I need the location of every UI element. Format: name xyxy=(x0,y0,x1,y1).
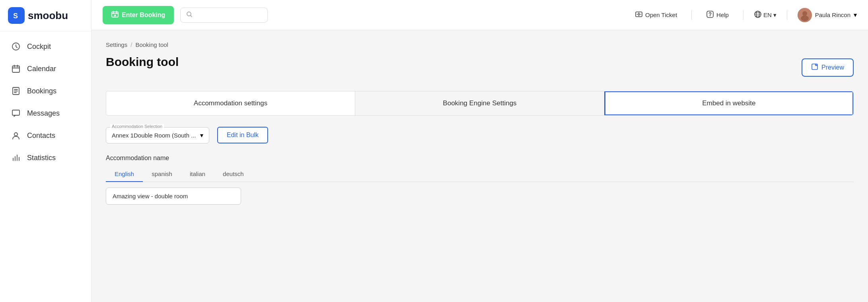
sidebar-item-contacts-label: Contacts xyxy=(27,132,55,140)
svg-rect-3 xyxy=(12,66,19,72)
lang-tab-italian[interactable]: italian xyxy=(181,166,214,182)
tab-embed-label: Embed in website xyxy=(702,99,755,107)
calendar-icon xyxy=(11,64,21,74)
svg-point-6 xyxy=(14,133,18,136)
preview-icon xyxy=(811,63,818,72)
svg-rect-5 xyxy=(12,110,19,115)
divider-3 xyxy=(787,10,787,20)
sidebar: S smoobu Cockpit Calendar Bookings Messa… xyxy=(0,0,91,302)
help-label: Help xyxy=(716,12,729,18)
sidebar-item-cockpit-label: Cockpit xyxy=(27,43,51,51)
accommodation-dropdown-value: Annex 1Double Room (South ... xyxy=(112,132,196,139)
lang-tab-english[interactable]: English xyxy=(106,166,143,182)
tab-booking-engine-label: Booking Engine Settings xyxy=(443,99,516,107)
lang-tab-spanish[interactable]: spanish xyxy=(143,166,181,182)
svg-point-10 xyxy=(638,14,640,15)
user-area[interactable]: Paula Rincon ▾ xyxy=(798,8,857,22)
sidebar-item-cockpit[interactable]: Cockpit xyxy=(0,35,91,58)
preview-label: Preview xyxy=(821,64,844,71)
avatar xyxy=(798,8,812,22)
accommodation-dropdown[interactable]: Accommodation Selection Annex 1Double Ro… xyxy=(106,127,209,143)
sidebar-item-contacts[interactable]: Contacts xyxy=(0,124,91,147)
divider-2 xyxy=(743,10,743,20)
language-selector[interactable]: EN ▾ xyxy=(754,10,777,19)
sidebar-item-bookings-label: Bookings xyxy=(27,87,56,95)
main-content: Enter Booking Open Ticket Help xyxy=(91,0,868,302)
breadcrumb-settings[interactable]: Settings xyxy=(106,41,127,48)
topnav: Enter Booking Open Ticket Help xyxy=(91,0,868,30)
enter-booking-label: Enter Booking xyxy=(122,12,165,19)
logo-text: smoobu xyxy=(28,10,68,22)
search-input[interactable] xyxy=(196,12,262,18)
sidebar-item-messages[interactable]: Messages xyxy=(0,102,91,124)
dropdown-chevron-icon: ▾ xyxy=(200,132,203,139)
svg-point-15 xyxy=(802,11,807,16)
accommodation-dropdown-label: Accommodation Selection xyxy=(110,124,164,129)
sidebar-item-statistics-label: Statistics xyxy=(27,154,56,162)
user-chevron-icon: ▾ xyxy=(854,11,857,19)
tab-accommodation-label: Accommodation settings xyxy=(194,99,267,107)
accommodation-name-section: Accommodation name English spanish itali… xyxy=(106,155,854,205)
sidebar-item-calendar-label: Calendar xyxy=(27,65,56,73)
topnav-right: Open Ticket Help EN ▾ xyxy=(631,8,857,22)
preview-button[interactable]: Preview xyxy=(802,58,854,77)
accommodation-selection-row: Accommodation Selection Annex 1Double Ro… xyxy=(106,127,854,143)
plus-calendar-icon xyxy=(111,11,119,19)
breadcrumb-separator: / xyxy=(130,41,132,48)
search-icon xyxy=(186,11,193,19)
open-ticket-button[interactable]: Open Ticket xyxy=(631,8,681,22)
tab-accommodation[interactable]: Accommodation settings xyxy=(106,91,355,115)
user-name: Paula Rincon xyxy=(815,12,850,18)
accommodation-name-label: Accommodation name xyxy=(106,155,854,162)
search-box[interactable] xyxy=(180,8,268,23)
tab-embed[interactable]: Embed in website xyxy=(605,91,853,115)
statistics-icon xyxy=(11,153,21,163)
page-title: Booking tool xyxy=(106,55,179,69)
open-ticket-label: Open Ticket xyxy=(645,12,677,18)
messages-icon xyxy=(11,108,21,118)
cockpit-icon xyxy=(11,42,21,51)
ticket-icon xyxy=(635,10,643,19)
page-content: Settings / Booking tool Booking tool Pre… xyxy=(91,30,868,302)
divider-1 xyxy=(691,10,692,20)
globe-icon xyxy=(754,10,762,19)
tab-booking-engine[interactable]: Booking Engine Settings xyxy=(355,91,604,115)
accommodation-name-input[interactable] xyxy=(106,188,241,205)
page-header-row: Booking tool Preview xyxy=(106,55,854,80)
bookings-icon xyxy=(11,86,21,96)
lang-tab-deutsch[interactable]: deutsch xyxy=(214,166,253,182)
sidebar-item-messages-label: Messages xyxy=(27,109,60,118)
edit-bulk-button[interactable]: Edit in Bulk xyxy=(217,127,268,143)
lang-chevron-icon: ▾ xyxy=(773,12,777,19)
help-icon xyxy=(706,10,714,19)
breadcrumb-current: Booking tool xyxy=(135,41,168,48)
logo: S smoobu xyxy=(0,0,91,31)
lang-label: EN xyxy=(763,12,772,18)
breadcrumb: Settings / Booking tool xyxy=(106,41,854,48)
tabs-row: Accommodation settings Booking Engine Se… xyxy=(106,91,854,116)
language-tabs: English spanish italian deutsch xyxy=(106,166,854,182)
sidebar-item-bookings[interactable]: Bookings xyxy=(0,80,91,102)
sidebar-item-calendar[interactable]: Calendar xyxy=(0,58,91,80)
svg-text:S: S xyxy=(13,12,18,20)
enter-booking-button[interactable]: Enter Booking xyxy=(103,6,174,24)
svg-point-16 xyxy=(801,15,809,21)
contacts-icon xyxy=(11,131,21,140)
logo-icon: S xyxy=(8,7,25,24)
edit-bulk-label: Edit in Bulk xyxy=(227,132,259,138)
help-button[interactable]: Help xyxy=(702,8,733,22)
sidebar-item-statistics[interactable]: Statistics xyxy=(0,147,91,169)
